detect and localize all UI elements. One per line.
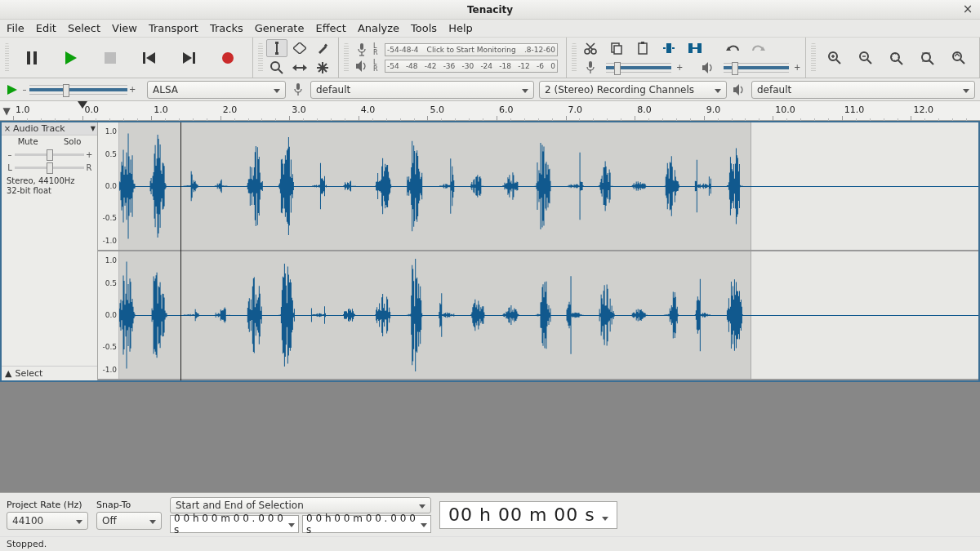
menu-generate[interactable]: Generate: [255, 22, 305, 34]
chevron-down-icon: [69, 515, 82, 527]
playback-volume-slider[interactable]: [724, 63, 789, 73]
svg-rect-55: [892, 54, 898, 60]
selection-toolbar: Project Rate (Hz) 44100 Snap-To Off Star…: [0, 492, 980, 536]
undo-button[interactable]: [724, 40, 742, 56]
svg-rect-38: [688, 43, 693, 53]
record-button[interactable]: [218, 46, 238, 70]
recording-volume-slider[interactable]: [606, 63, 671, 73]
svg-rect-33: [639, 43, 647, 54]
channel-left[interactable]: 1.00.50.0-0.5-1.0: [98, 122, 978, 251]
svg-rect-35: [666, 43, 671, 53]
audio-track: × Audio Track ▼ Mute Solo – + L R Stereo…: [0, 121, 980, 382]
timeline[interactable]: ▼ 1.00.01.02.03.04.05.06.07.08.09.010.01…: [0, 101, 980, 121]
track-format: Stereo, 44100Hz 32-bit float: [2, 174, 97, 198]
timeline-pin-icon[interactable]: ▼: [0, 101, 13, 120]
selection-end-field[interactable]: 0 0 h 0 0 m 0 0 . 0 0 0 s: [302, 515, 431, 533]
redo-button[interactable]: [750, 40, 768, 56]
recording-device-combo[interactable]: default: [310, 81, 534, 99]
menu-analyze[interactable]: Analyze: [358, 22, 399, 34]
zoom-out-button[interactable]: [855, 47, 876, 69]
speaker-icon: [732, 84, 746, 96]
window-close-button[interactable]: ×: [960, 2, 975, 16]
snap-to-combo[interactable]: Off: [96, 512, 162, 530]
track-pan-slider[interactable]: L R: [2, 161, 97, 174]
track-menu-button[interactable]: ▼: [91, 125, 96, 132]
trim-button[interactable]: [660, 40, 678, 56]
toolbar-grip[interactable]: [258, 43, 263, 73]
selection-tool[interactable]: [266, 39, 287, 57]
menu-select[interactable]: Select: [68, 22, 100, 34]
mic-icon[interactable]: [354, 43, 370, 56]
toolbar-grip[interactable]: [344, 43, 349, 73]
skip-start-button[interactable]: [140, 46, 159, 70]
playback-speed-slider[interactable]: [29, 85, 127, 95]
timeline-ruler[interactable]: 1.00.01.02.03.04.05.06.07.08.09.010.011.…: [13, 101, 980, 120]
solo-button[interactable]: Solo: [64, 137, 81, 146]
track-waveform-area[interactable]: 1.00.50.0-0.5-1.0 1.00.50.0-0.5-1.0: [98, 122, 978, 380]
vertical-ruler-left: 1.00.50.0-0.5-1.0: [98, 122, 119, 250]
meters-toolbar: LR -54 -48 -4 Click to Start Monitoring …: [339, 38, 567, 78]
track-name[interactable]: Audio Track: [13, 123, 89, 134]
audio-position-field[interactable]: 00 h 00 m 00 s: [439, 501, 617, 529]
fit-selection-button[interactable]: [886, 47, 907, 69]
track-footer-label: Select: [15, 368, 42, 379]
menu-edit[interactable]: Edit: [36, 22, 56, 34]
toolbar-grip[interactable]: [811, 43, 816, 73]
audio-host-combo[interactable]: ALSA: [147, 81, 286, 99]
menu-file[interactable]: File: [7, 22, 24, 34]
zoom-tool[interactable]: [266, 59, 287, 77]
menu-tracks[interactable]: Tracks: [210, 22, 243, 34]
play-at-speed-button[interactable]: [5, 79, 20, 100]
track-close-button[interactable]: ×: [3, 124, 11, 133]
svg-rect-9: [275, 42, 278, 44]
cut-button[interactable]: [581, 40, 599, 56]
menu-help[interactable]: Help: [448, 22, 473, 34]
tracks-area[interactable]: × Audio Track ▼ Mute Solo – + L R Stereo…: [0, 121, 980, 492]
pause-button[interactable]: [22, 46, 42, 70]
copy-button[interactable]: [608, 40, 626, 56]
playback-device-combo[interactable]: default: [751, 81, 975, 99]
speaker-icon[interactable]: [354, 60, 370, 72]
menu-transport[interactable]: Transport: [149, 22, 198, 34]
recording-channels-combo[interactable]: 2 (Stereo) Recording Channels: [539, 81, 727, 99]
svg-marker-5: [146, 52, 155, 64]
playback-meter[interactable]: -54 -48 -42 -36 -30 -24 -18 -12 -6 0: [385, 60, 558, 73]
titlebar: Tenacity ×: [0, 0, 980, 20]
selection-start-field[interactable]: 0 0 h 0 0 m 0 0 . 0 0 0 s: [170, 515, 299, 533]
svg-marker-17: [292, 64, 296, 71]
stop-button[interactable]: [100, 46, 120, 70]
chevron-down-icon: [602, 504, 608, 525]
track-gain-slider[interactable]: – +: [2, 148, 97, 161]
menu-tools[interactable]: Tools: [411, 22, 437, 34]
collapse-icon[interactable]: ▲: [5, 368, 11, 379]
rec-meter-lr: LR: [373, 43, 381, 56]
project-rate-combo[interactable]: 44100: [7, 512, 88, 530]
silence-button[interactable]: [686, 40, 704, 56]
speaker-gain-icon: [699, 60, 717, 76]
multi-tool[interactable]: [312, 59, 333, 77]
envelope-tool[interactable]: [289, 39, 310, 57]
menu-effect[interactable]: Effect: [315, 22, 345, 34]
skip-end-button[interactable]: [179, 46, 198, 70]
play-button[interactable]: [61, 46, 81, 70]
zoom-in-button[interactable]: [824, 47, 845, 69]
svg-point-56: [922, 53, 930, 61]
fit-project-button[interactable]: [917, 47, 938, 69]
chevron-down-icon: [143, 515, 156, 527]
svg-marker-65: [733, 84, 739, 96]
toolbar-grip[interactable]: [572, 43, 577, 73]
toolbar-grip[interactable]: [5, 43, 9, 73]
chevron-down-icon: [288, 518, 295, 530]
menu-view[interactable]: View: [112, 22, 137, 34]
channel-right[interactable]: 1.00.50.0-0.5-1.0: [98, 251, 978, 380]
window-title: Tenacity: [467, 4, 513, 16]
zoom-toggle-button[interactable]: [948, 47, 969, 69]
draw-tool[interactable]: [312, 39, 333, 57]
timeshift-tool[interactable]: [289, 59, 310, 77]
audio-host-value: ALSA: [153, 84, 178, 96]
mute-button[interactable]: Mute: [18, 137, 38, 146]
selection-mode-combo[interactable]: Start and End of Selection: [170, 497, 431, 513]
svg-rect-23: [360, 43, 363, 50]
recording-meter[interactable]: -54 -48 -4 Click to Start Monitoring .8 …: [385, 43, 558, 56]
paste-button[interactable]: [634, 40, 652, 56]
